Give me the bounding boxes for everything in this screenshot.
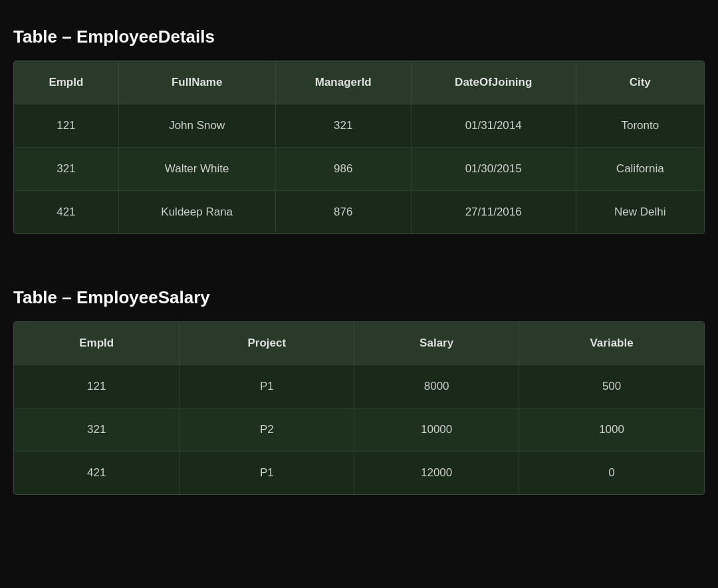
table1-cell-r1-c2: 986 [275,148,411,191]
table1-cell-r2-c1: Kuldeep Rana [118,191,275,234]
table1-col-city: City [576,61,704,104]
table1-cell-r1-c3: 01/30/2015 [411,148,576,191]
table1-header-row: EmpIdFullNameManagerIdDateOfJoiningCity [14,61,704,104]
table2-cell-r0-c3: 500 [519,365,704,408]
table-row: 321P2100001000 [14,408,704,452]
table2-col-variable: Variable [519,322,704,365]
table1-col-empid: EmpId [14,61,118,104]
table1-cell-r0-c1: John Snow [118,104,275,148]
table-row: 321Walter White98601/30/2015California [14,148,704,191]
table2-header-row: EmpIdProjectSalaryVariable [14,322,704,365]
table1-cell-r0-c0: 121 [14,104,118,148]
table2-col-project: Project [180,322,354,365]
table1-col-dateofjoining: DateOfJoining [411,61,576,104]
table2-cell-r1-c0: 321 [14,408,180,452]
table1-cell-r0-c2: 321 [275,104,411,148]
table2-col-empid: EmpId [14,322,180,365]
employee-salary-table: EmpIdProjectSalaryVariable 121P180005003… [13,321,705,495]
table2-title: Table – EmployeeSalary [13,287,705,308]
table-row: 121P18000500 [14,365,704,408]
table1-cell-r0-c4: Toronto [576,104,704,148]
table1-cell-r1-c0: 321 [14,148,118,191]
table1-cell-r1-c1: Walter White [118,148,275,191]
table-row: 121John Snow32101/31/2014Toronto [14,104,704,148]
table2-cell-r1-c3: 1000 [519,408,704,452]
employee-details-table: EmpIdFullNameManagerIdDateOfJoiningCity … [13,61,705,234]
table2-cell-r0-c0: 121 [14,365,180,408]
table1-col-managerid: ManagerId [275,61,411,104]
table2-cell-r2-c2: 12000 [354,452,519,495]
table1-cell-r0-c3: 01/31/2014 [411,104,576,148]
table1-cell-r2-c2: 876 [275,191,411,234]
table1-cell-r2-c3: 27/11/2016 [411,191,576,234]
table-row: 421P1120000 [14,452,704,495]
table1-col-fullname: FullName [118,61,275,104]
table2-cell-r2-c0: 421 [14,452,180,495]
table1-cell-r2-c4: New Delhi [576,191,704,234]
table2-cell-r2-c1: P1 [180,452,354,495]
table1-title: Table – EmployeeDetails [13,27,705,47]
table2-cell-r0-c2: 8000 [354,365,519,408]
table1-cell-r1-c4: California [576,148,704,191]
table2-col-salary: Salary [354,322,519,365]
table-row: 421Kuldeep Rana87627/11/2016New Delhi [14,191,704,234]
table2-cell-r1-c1: P2 [180,408,354,452]
table1-cell-r2-c0: 421 [14,191,118,234]
table2-cell-r1-c2: 10000 [354,408,519,452]
table2-cell-r2-c3: 0 [519,452,704,495]
table2-cell-r0-c1: P1 [180,365,354,408]
